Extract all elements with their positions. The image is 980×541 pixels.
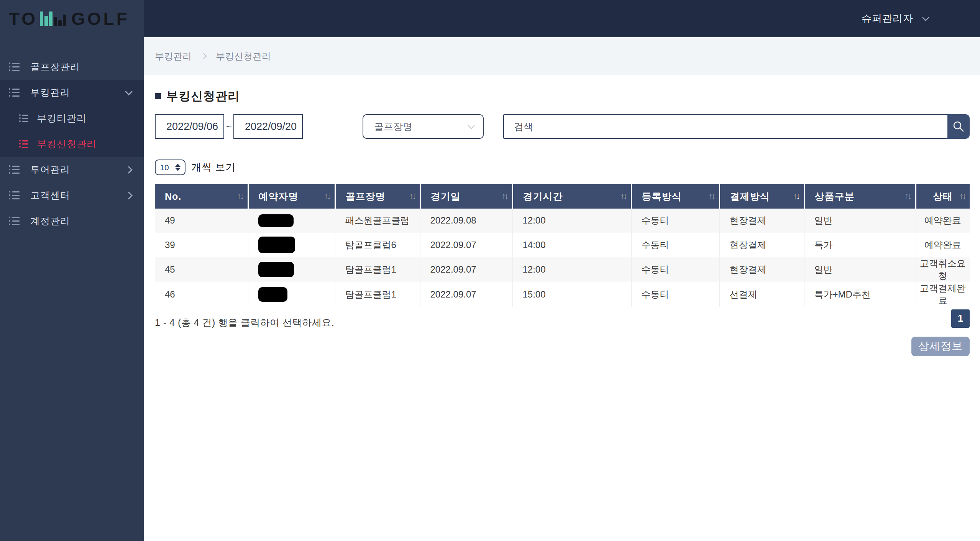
sort-icon: ↑↓ (409, 191, 415, 201)
cell-status: 고객취소요청 (916, 257, 970, 282)
table-row[interactable]: 45 탐골프클럽1 2022.09.07 12:00 수동티 현장결제 일반 고… (155, 257, 970, 282)
cell-no: 46 (155, 282, 248, 307)
search-group (503, 114, 970, 139)
column-header-course[interactable]: 골프장명↑↓ (335, 184, 420, 209)
cell-reg-method: 수동티 (631, 257, 719, 282)
date-to-input[interactable] (233, 114, 303, 139)
date-from-input[interactable] (155, 114, 224, 139)
cell-product-type: 일반 (804, 257, 916, 282)
cell-reserver (248, 233, 335, 257)
sidebar-item-customer-center[interactable]: 고객센터 (0, 183, 144, 208)
column-header-game-time[interactable]: 경기시간↑↓ (512, 184, 631, 209)
sidebar-item-label: 투어관리 (30, 163, 70, 176)
sort-icon: ↑↓ (905, 191, 911, 201)
sidebar-item-tour-mgmt[interactable]: 투어관리 (0, 157, 144, 183)
cell-game-time: 14:00 (512, 233, 631, 257)
breadcrumb-item[interactable]: 부킹관리 (155, 50, 192, 62)
sort-icon: ↑↓ (621, 191, 626, 201)
sidebar-item-account-mgmt[interactable]: 계정관리 (0, 208, 144, 234)
table-row[interactable]: 49 패스원골프클럽 2022.09.08 12:00 수동티 현장결제 일반 … (155, 209, 970, 233)
sort-icon: ↑↓ (237, 191, 243, 201)
sort-icon: ↑↓ (502, 191, 507, 201)
cell-reg-method: 수동티 (631, 209, 719, 233)
chevron-right-icon (125, 166, 133, 174)
sidebar-item-booking-tee-mgmt[interactable]: 부킹티관리 (0, 105, 144, 131)
cell-no: 39 (155, 233, 248, 257)
sidebar-item-label: 계정관리 (30, 215, 70, 227)
chevron-down-icon (922, 14, 929, 21)
page-title: 부킹신청관리 (166, 88, 240, 104)
sort-icon: ↑↓ (959, 191, 965, 201)
cell-game-date: 2022.09.08 (420, 209, 512, 233)
cell-game-time: 12:00 (512, 257, 631, 282)
user-menu[interactable]: 슈퍼관리자 (862, 12, 928, 25)
brand-logo[interactable]: TO GOLF (0, 0, 144, 37)
spinner-icon (175, 164, 181, 171)
breadcrumb: 부킹관리 부킹신청관리 (144, 37, 980, 75)
table-row[interactable]: 39 탐골프클럽6 2022.09.07 14:00 수동티 현장결제 특가 예… (155, 233, 970, 257)
chevron-right-icon (201, 53, 207, 59)
list-ul-icon (19, 140, 28, 148)
sort-icon: ↑↓ (709, 191, 714, 201)
sidebar-item-label: 고객센터 (30, 189, 70, 202)
cell-product-type: 특가+MD추천 (804, 282, 916, 307)
cell-game-date: 2022.09.07 (420, 233, 512, 257)
list-ol-icon (9, 165, 20, 174)
sidebar-item-label: 부킹티관리 (37, 112, 87, 125)
main-area: 부킹관리 부킹신청관리 부킹신청관리 ~ 골프장명 (144, 37, 980, 541)
detail-info-button[interactable]: 상세정보 (911, 337, 970, 356)
chevron-down-icon (468, 122, 474, 129)
cell-product-type: 일반 (804, 209, 916, 233)
cell-course: 탐골프클럽6 (335, 233, 420, 257)
breadcrumb-item[interactable]: 부킹신청관리 (216, 50, 271, 62)
table-row[interactable]: 46 탐골프클럽1 2022.09.07 15:00 수동티 선결제 특가+MD… (155, 282, 970, 307)
logo-text-golf: GOLF (71, 8, 130, 29)
cell-product-type: 특가 (804, 233, 916, 257)
sidebar-menu: 골프장관리 부킹관리 부킹티관리 (0, 54, 144, 234)
cell-no: 45 (155, 257, 248, 282)
list-ol-icon (9, 191, 20, 200)
sidebar-group-booking-mgmt: 부킹관리 부킹티관리 부킹신청관리 (0, 80, 144, 157)
cell-status: 예약완료 (916, 233, 970, 257)
cell-reg-method: 수동티 (631, 233, 719, 257)
sidebar-item-golf-course-mgmt[interactable]: 골프장관리 (0, 54, 144, 80)
redacted-name (258, 287, 287, 302)
page-size-label: 개씩 보기 (191, 161, 236, 174)
cell-game-time: 15:00 (512, 282, 631, 307)
column-header-status[interactable]: 상태↑↓ (916, 184, 970, 209)
page-size-value: 10 (160, 163, 169, 172)
logo-bars-icon (40, 11, 67, 26)
column-header-no[interactable]: No.↑↓ (155, 184, 248, 209)
sidebar-item-booking-mgmt[interactable]: 부킹관리 (0, 80, 144, 105)
column-header-game-date[interactable]: 경기일↑↓ (420, 184, 512, 209)
column-header-reserver[interactable]: 예약자명↑↓ (248, 184, 335, 209)
page-title-row: 부킹신청관리 (155, 88, 970, 104)
sidebar-item-label: 부킹신청관리 (37, 138, 97, 150)
cell-reserver (248, 257, 335, 282)
cell-pay-method: 현장결제 (719, 257, 804, 282)
logo-text-to: TO (9, 8, 38, 29)
search-button[interactable] (947, 114, 970, 139)
search-input[interactable] (503, 114, 947, 139)
pagination-page-1[interactable]: 1 (951, 309, 970, 328)
column-header-reg-method[interactable]: 등록방식↑↓ (631, 184, 719, 209)
course-select-value: 골프장명 (374, 120, 412, 133)
cell-course: 탐골프클럽1 (335, 257, 420, 282)
column-header-pay-method[interactable]: 결제방식↑↓ (719, 184, 804, 209)
user-name: 슈퍼관리자 (862, 12, 913, 25)
page-size-select[interactable]: 10 (155, 160, 185, 175)
cell-pay-method: 선결제 (719, 282, 804, 307)
cell-reserver (248, 209, 335, 233)
result-summary: 1 - 4 (총 4 건) 행을 클릭하여 선택하세요. (155, 309, 334, 329)
sort-icon: ↑↓ (324, 191, 330, 201)
cell-no: 49 (155, 209, 248, 233)
column-header-product-type[interactable]: 상품구분↑↓ (804, 184, 916, 209)
sidebar-item-booking-request-mgmt[interactable]: 부킹신청관리 (0, 131, 144, 157)
course-select[interactable]: 골프장명 (363, 114, 484, 139)
title-bullet-icon (155, 93, 161, 99)
page-size-row: 10 개씩 보기 (155, 160, 970, 175)
sort-icon-active-desc: ↑↓ (793, 191, 799, 201)
date-range-separator: ~ (224, 121, 233, 132)
redacted-name (258, 262, 294, 277)
chevron-right-icon (125, 192, 133, 199)
